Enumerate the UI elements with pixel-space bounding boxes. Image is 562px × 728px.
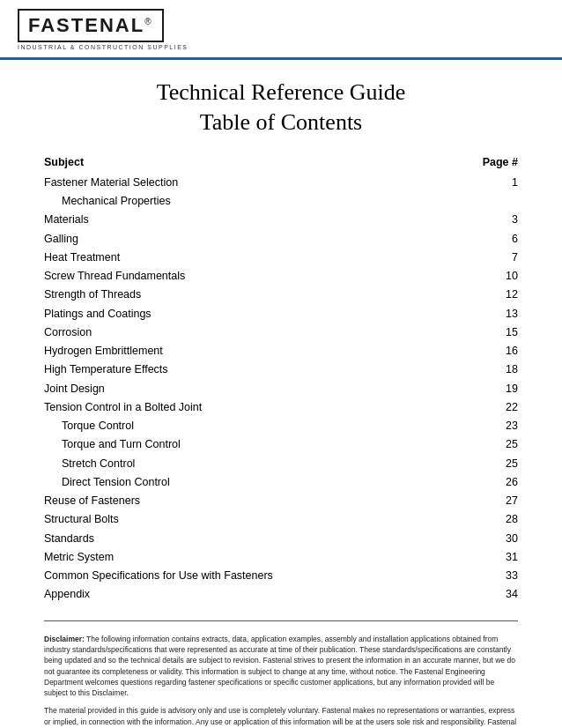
logo-area: FASTENAL® INDUSTRIAL & CONSTRUCTION SUPP… (18, 9, 189, 50)
toc-subject: Tension Control in a Bolted Joint (44, 398, 492, 417)
toc-subject: Materials (44, 211, 492, 229)
toc-subject: Fastener Material Selection (44, 174, 492, 192)
toc-row: Fastener Material Selection 1 (44, 174, 518, 192)
toc-page: 13 (492, 305, 518, 323)
toc-page: 3 (492, 211, 518, 229)
toc-row: Platings and Coatings 13 (44, 305, 518, 323)
disclaimer-section: Disclaimer: The following information co… (44, 634, 518, 728)
logo-subtitle: INDUSTRIAL & CONSTRUCTION SUPPLIES (18, 44, 189, 50)
toc-page: 30 (492, 530, 518, 548)
toc-page: 15 (492, 323, 518, 342)
toc-row: Stretch Control 25 (44, 455, 518, 473)
toc-subject: Torque and Turn Control (44, 435, 492, 454)
toc-row: Torque Control 23 (44, 417, 518, 435)
toc-page: 12 (492, 286, 518, 304)
toc-subject: Direct Tension Control (44, 473, 492, 492)
toc-subject: Standards (44, 530, 492, 548)
toc-subject: Heat Treatment (44, 249, 492, 267)
disclaimer-label: Disclaimer: (44, 635, 85, 643)
toc-page: 33 (492, 567, 518, 585)
toc-page: 19 (492, 380, 518, 398)
toc-row: High Temperature Effects 18 (44, 360, 518, 379)
toc-subject: High Temperature Effects (44, 360, 492, 379)
toc-page: 34 (492, 585, 518, 604)
disclaimer-p1: Disclaimer: The following information co… (44, 634, 518, 699)
toc-page: 25 (492, 455, 518, 473)
header: FASTENAL® INDUSTRIAL & CONSTRUCTION SUPP… (0, 0, 562, 60)
toc-subject: Joint Design (44, 380, 492, 398)
toc-subject: Platings and Coatings (44, 305, 492, 323)
toc-page: 28 (492, 510, 518, 529)
toc-row: Strength of Threads 12 (44, 286, 518, 304)
toc-row: Mechanical Properties (44, 192, 518, 211)
title-section: Technical Reference Guide Table of Conte… (44, 78, 518, 137)
toc-row: Tension Control in a Bolted Joint 22 (44, 398, 518, 417)
toc-table: Subject Page # Fastener Material Selecti… (44, 153, 518, 605)
toc-subject: Torque Control (44, 417, 492, 435)
toc-subject: Common Specifications for Use with Faste… (44, 567, 492, 585)
toc-row: Hydrogen Embrittlement 16 (44, 342, 518, 360)
toc-page: 18 (492, 360, 518, 379)
toc-subject: Hydrogen Embrittlement (44, 342, 492, 360)
page: FASTENAL® INDUSTRIAL & CONSTRUCTION SUPP… (0, 0, 562, 728)
toc-page: 23 (492, 417, 518, 435)
toc-page: 31 (492, 548, 518, 567)
logo-text: FASTENAL® (28, 14, 153, 37)
toc-row: Appendix 34 (44, 585, 518, 604)
page-title: Technical Reference Guide Table of Conte… (44, 78, 518, 137)
toc-row: Common Specifications for Use with Faste… (44, 567, 518, 585)
toc-row: Joint Design 19 (44, 380, 518, 398)
toc-page: 6 (492, 230, 518, 249)
toc-subject: Appendix (44, 585, 492, 604)
toc-row: Heat Treatment 7 (44, 249, 518, 267)
toc-row: Direct Tension Control 26 (44, 473, 518, 492)
divider (44, 620, 518, 621)
toc-page: 16 (492, 342, 518, 360)
toc-page-header: Page # (483, 153, 518, 172)
toc-page: 27 (492, 492, 518, 510)
toc-subject: Reuse of Fasteners (44, 492, 492, 510)
toc-page: 10 (492, 267, 518, 286)
toc-subject: Galling (44, 230, 492, 249)
toc-subject: Screw Thread Fundamentals (44, 267, 492, 286)
toc-subject: Metric System (44, 548, 492, 567)
toc-subject: Structural Bolts (44, 510, 492, 529)
disclaimer-p2: The material provided in this guide is a… (44, 705, 518, 728)
toc-page: 26 (492, 473, 518, 492)
toc-subject: Corrosion (44, 323, 492, 342)
toc-row: Screw Thread Fundamentals 10 (44, 267, 518, 286)
toc-subject: Stretch Control (44, 455, 492, 473)
toc-row: Galling 6 (44, 230, 518, 249)
toc-row: Metric System 31 (44, 548, 518, 567)
toc-subject: Mechanical Properties (44, 192, 492, 211)
toc-subject-header: Subject (44, 153, 84, 172)
toc-row: Torque and Turn Control 25 (44, 435, 518, 454)
toc-header-row: Subject Page # (44, 153, 518, 172)
toc-row: Materials 3 (44, 211, 518, 229)
main-content: Technical Reference Guide Table of Conte… (0, 60, 562, 728)
toc-row: Corrosion 15 (44, 323, 518, 342)
toc-subject: Strength of Threads (44, 286, 492, 304)
toc-page: 7 (492, 249, 518, 267)
toc-page: 22 (492, 398, 518, 417)
toc-row: Reuse of Fasteners 27 (44, 492, 518, 510)
toc-row: Standards 30 (44, 530, 518, 548)
toc-row: Structural Bolts 28 (44, 510, 518, 529)
logo-box: FASTENAL® (18, 9, 164, 42)
toc-page: 1 (492, 174, 518, 192)
toc-page: 25 (492, 435, 518, 454)
